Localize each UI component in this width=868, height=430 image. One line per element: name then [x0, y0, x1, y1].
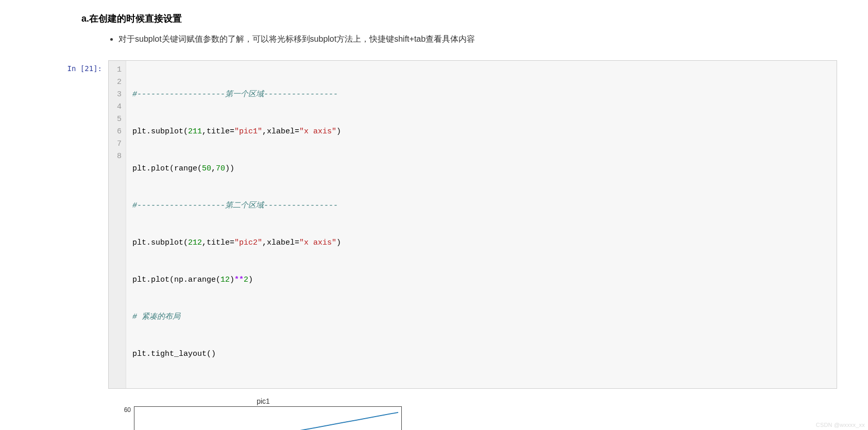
watermark: CSDN @wxxxx_xx: [816, 422, 865, 428]
code-num: 50: [202, 164, 211, 173]
line-svg: [134, 407, 401, 430]
code-text: plt.subplot(: [132, 238, 188, 247]
chart-pic1: pic1 60 50 0.0 2.5 5.0 7: [111, 397, 415, 430]
code-text: ,xlabel=: [262, 238, 299, 247]
notebook-cell: In [21]: 1 2 3 4 5 6 7 8 #--------------…: [31, 60, 837, 389]
code-str: "pic2": [234, 238, 262, 247]
code-text: ,title=: [202, 127, 234, 136]
code-comment: # 紧凑的布局: [132, 313, 180, 321]
code-text: ): [248, 276, 253, 284]
code-num: 212: [188, 238, 202, 247]
code-text: ,xlabel=: [262, 127, 299, 136]
code-num: 70: [216, 164, 225, 173]
chart-title: pic1: [111, 397, 415, 405]
code-text: ): [336, 238, 341, 247]
code-text: plt.subplot(: [132, 127, 188, 136]
code-num: 2: [244, 276, 248, 284]
code-str: "x axis": [299, 238, 336, 247]
code-str: "x axis": [299, 127, 336, 136]
y-tick: 60: [124, 406, 131, 414]
gutter-num: 4: [113, 101, 122, 113]
gutter-num: 3: [113, 89, 122, 101]
code-comment: #-------------------第二个区域---------------…: [132, 201, 338, 210]
line-gutter: 1 2 3 4 5 6 7 8: [109, 61, 126, 388]
bullet-item: 对于subplot关键词赋值参数的了解，可以将光标移到subplot方法上，快捷…: [118, 32, 837, 46]
y-axis-ticks: 60 50: [111, 406, 134, 430]
code-text: )): [225, 164, 234, 173]
code-str: "pic1": [234, 127, 262, 136]
bullet-list: 对于subplot关键词赋值参数的了解，可以将光标移到subplot方法上，快捷…: [118, 32, 837, 46]
data-line: [138, 412, 398, 430]
gutter-num: 5: [113, 113, 122, 126]
code-comment: #-------------------第一个区域---------------…: [132, 90, 338, 99]
section-heading: a.在创建的时候直接设置: [81, 12, 837, 25]
code-op: **: [234, 276, 244, 284]
code-text: plt.tight_layout(): [132, 350, 216, 358]
matplotlib-figure: pic1 60 50 0.0 2.5 5.0 7: [111, 397, 415, 430]
code-body[interactable]: #-------------------第一个区域---------------…: [126, 61, 347, 388]
cell-output: pic1 60 50 0.0 2.5 5.0 7: [111, 397, 837, 430]
gutter-num: 1: [113, 64, 122, 76]
gutter-num: 2: [113, 76, 122, 89]
gutter-num: 7: [113, 138, 122, 150]
code-text: plt.plot(np.arange(: [132, 276, 220, 284]
code-text: ): [230, 276, 234, 284]
code-num: 12: [220, 276, 230, 284]
plot-area: [134, 406, 402, 430]
code-text: ,title=: [202, 238, 234, 247]
gutter-num: 8: [113, 150, 122, 163]
code-input-area[interactable]: 1 2 3 4 5 6 7 8 #-------------------第一个区…: [108, 60, 837, 389]
code-text: ,: [211, 164, 216, 173]
code-text: ): [336, 127, 341, 136]
code-num: 211: [188, 127, 202, 136]
code-text: plt.plot(range(: [132, 164, 202, 173]
gutter-num: 6: [113, 126, 122, 138]
cell-prompt: In [21]:: [31, 60, 108, 73]
